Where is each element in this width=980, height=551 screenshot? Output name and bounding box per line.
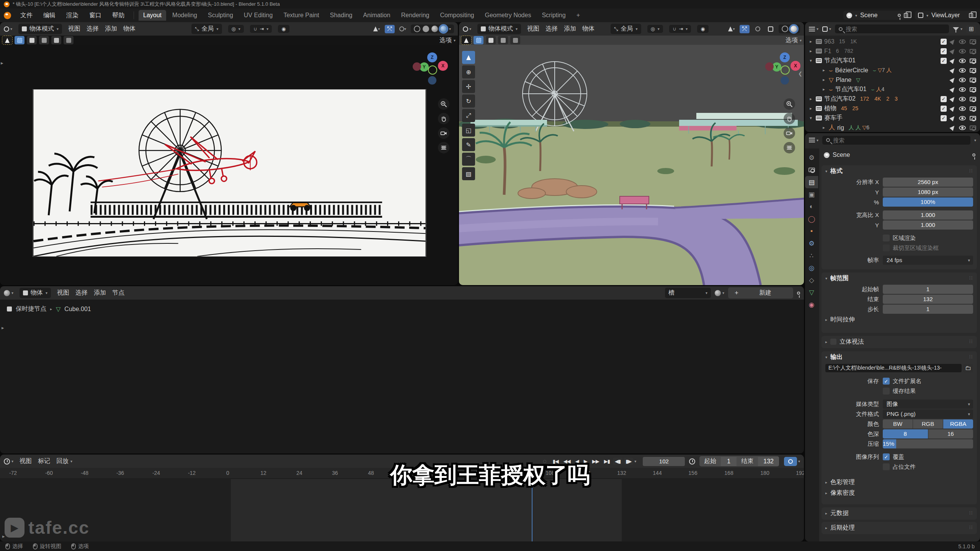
properties-search[interactable] [822,136,970,145]
pin-icon[interactable] [972,153,975,156]
menu-select[interactable]: 选择 [87,25,99,33]
render-visibility-icon[interactable] [970,68,976,73]
shader-mode-dropdown[interactable]: 物体▾ [20,288,51,298]
menu-object[interactable]: 物体 [582,25,595,33]
navigation-gizmo[interactable]: Z Y X [413,52,449,89]
gizmo-z-axis[interactable]: Z [780,52,790,62]
outliner-row-plants[interactable]: ▸ 植物45 25 ✓ [805,104,980,113]
selectable-icon[interactable] [949,67,956,74]
selectable-icon[interactable] [949,115,956,122]
tool-options-dropdown[interactable]: 选项▾ [439,36,456,44]
selectable-icon[interactable] [949,57,956,64]
chevron-down-icon[interactable]: ▾ [449,27,451,31]
viewport-right-body[interactable]: ⊕ ✢ ↻ ⤢ ◱ ✎ ⌒ ▧ Z Y X ❮ [459,45,804,285]
color-rgb-option[interactable]: RGB [913,419,943,429]
hide-eye-icon[interactable] [959,59,966,63]
auto-keying-button[interactable] [784,457,797,466]
breadcrumb-object[interactable]: Cube.001 [64,306,91,313]
gizmo-y-neg[interactable] [428,65,437,75]
tab-material[interactable]: ◉ [805,298,818,311]
color-management-label[interactable]: 色彩管理 [830,478,855,486]
toolbar-expand-arrow[interactable]: ▸ [1,60,3,66]
file-format-dropdown[interactable]: PNG (.png) [883,409,973,419]
gizmo-x-axis[interactable]: X [438,61,448,71]
proportional-edit-dropdown[interactable]: ◉ [697,25,708,33]
proportional-edit-dropdown[interactable]: ◉ [278,25,289,33]
tool-scale[interactable]: ⤢ [462,109,475,122]
color-bw-option[interactable]: BW [883,419,913,429]
tab-object[interactable]: ▪ [805,225,818,237]
select-mode-set[interactable] [474,36,483,44]
new-collection-button[interactable]: ⊞ [966,25,976,33]
workspace-tab-scripting[interactable]: Scripting [537,10,570,21]
editor-type-dropdown[interactable]: ▾ [809,138,818,142]
menu-view[interactable]: 视图 [57,289,69,297]
select-mode-subtract[interactable] [39,36,49,44]
tab-scene[interactable]: ◐ [805,201,818,213]
selectable-icon[interactable] [949,105,956,112]
gizmo-z-neg[interactable] [428,76,436,85]
panel-collapse-icon[interactable]: ▸ [825,491,827,495]
orthographic-grid-icon[interactable] [438,142,449,153]
outliner-row-node-car-01-child[interactable]: ▸⌣ 节点汽车01 ⌣ 人4 [805,85,980,94]
tab-constraints[interactable]: ◇ [805,274,818,286]
shading-material-icon[interactable] [431,26,438,32]
collection-checkbox[interactable]: ✓ [941,48,947,54]
workspace-tab-layout[interactable]: Layout [139,10,166,21]
menu-view[interactable]: 视图 [68,25,80,33]
orientation-dropdown[interactable]: ⤡全局▾ [611,24,641,34]
outliner-row-963[interactable]: ▸ 96315 1K ✓ [805,37,980,46]
workspace-tab-modeling[interactable]: Modeling [168,10,202,21]
presets-icon[interactable]: ⫶⫶ [969,168,973,174]
slot-dropdown[interactable]: 槽▾ [665,288,711,298]
overlays-toggle[interactable]: ▾ [398,25,408,33]
hide-eye-icon[interactable] [959,106,966,111]
menu-playback[interactable]: 回放▾ [56,457,72,465]
menu-edit[interactable]: 编辑 [39,10,60,21]
snap-dropdown[interactable]: ∪⇥▾ [250,25,272,33]
editor-type-dropdown[interactable]: ▾ [4,290,13,296]
resolution-y-field[interactable]: 1080 px [883,187,973,197]
menu-node[interactable]: 节点 [112,289,124,297]
scene-selector[interactable]: ▾ Scene [843,11,911,20]
next-frame-button[interactable]: ▮▶ [624,458,633,465]
chevron-down-icon[interactable]: ▾ [634,459,636,463]
zoom-icon[interactable] [438,98,449,110]
render-visibility-icon[interactable] [970,59,976,63]
end-frame-field[interactable]: 132 [758,457,779,466]
panel-title[interactable]: 格式 [830,167,843,175]
editor-type-dropdown[interactable]: ▾ [809,27,818,31]
color-rgba-option[interactable]: RGBA [943,419,973,429]
browse-material-dropdown[interactable]: ▾ [715,290,724,296]
workspace-tab-uv-editing[interactable]: UV Editing [239,10,278,21]
menu-select[interactable]: 选择 [546,25,558,33]
workspace-tab-geometry-nodes[interactable]: Geometry Nodes [480,10,536,21]
depth-16-option[interactable]: 16 [928,429,973,439]
panel-collapse-icon[interactable]: ▸ [825,480,827,484]
pin-icon[interactable] [797,292,800,295]
shading-solid-icon[interactable] [423,26,429,32]
display-mode-dropdown[interactable]: ▾ [822,26,831,32]
resolution-x-field[interactable]: 2560 px [883,178,973,187]
navigation-gizmo[interactable]: Z Y X [765,52,802,89]
viewport-left-body[interactable]: ▸ [0,45,458,285]
active-tool-select-box[interactable] [461,36,471,44]
media-type-dropdown[interactable]: 图像 [883,399,973,409]
chevron-down-icon[interactable]: ▾ [974,138,976,142]
gizmo-x-axis[interactable]: X [791,61,800,71]
render-visibility-icon[interactable] [970,116,976,121]
gizmo-z-neg[interactable] [781,76,789,85]
tab-tool[interactable]: ⚙ [805,152,818,164]
tool-select-box[interactable] [462,51,475,64]
tab-object-data[interactable]: ▽ [805,286,818,298]
menu-select[interactable]: 选择 [75,289,88,297]
viewport-solid[interactable]: ▾ 物体模式▾ 视图 选择 添加 物体 ⤡全局▾ ◎▾ ∪⇥▾ ◉ ▾ ⤱ [459,22,804,285]
collection-checkbox[interactable]: ✓ [941,58,947,64]
selectable-icon[interactable] [949,48,956,55]
aspect-x-field[interactable]: 1.000 [883,210,973,220]
copy-scene-icon[interactable] [904,13,908,18]
stereoscopy-checkbox[interactable]: ✓ [830,339,836,345]
selectable-icon[interactable] [949,124,956,131]
hide-eye-icon[interactable] [959,39,966,44]
panel-collapse-icon[interactable]: ▾ [825,276,827,280]
